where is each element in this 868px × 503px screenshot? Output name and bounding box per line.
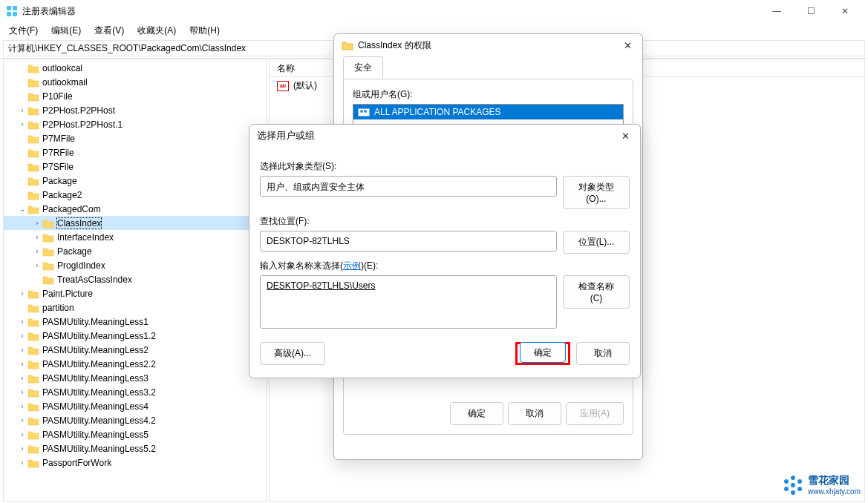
tree-item[interactable]: ›ProgIdIndex [4,258,267,272]
tree-item[interactable]: ›P2PHost.P2PHost [4,103,267,117]
tree-item[interactable]: ›Package [4,244,267,258]
chevron-down-icon[interactable]: ⌄ [17,205,27,213]
svg-point-9 [791,490,795,495]
tree-item-label: outlookmail [42,77,88,88]
svg-rect-3 [13,12,17,16]
tree-item[interactable]: ›PASMUtility.MeaningLess5.2 [4,441,267,456]
chevron-right-icon[interactable]: › [32,219,42,227]
tree-item-label: partition [42,303,74,313]
tree-item[interactable]: ›PASMUtility.MeaningLess3.2 [4,385,267,399]
chevron-right-icon[interactable]: › [17,402,27,410]
tree-item[interactable]: ›PASMUtility.MeaningLess4.2 [4,413,267,427]
tree-panel[interactable]: outlookcaloutlookmailP10File›P2PHost.P2P… [3,59,267,502]
tree-item[interactable]: P10File [4,89,267,103]
ok-button-highlight: 确定 [515,342,570,365]
examples-link[interactable]: 示例 [343,260,361,271]
snowflake-icon [783,475,803,496]
select-title-bar[interactable]: 选择用户或组 ✕ [249,125,640,147]
tree-item[interactable]: partition [4,300,267,315]
names-label-prefix: 输入对象名称来选择( [260,260,343,271]
tree-item[interactable]: outlookmail [4,75,267,89]
chevron-right-icon[interactable]: › [17,430,27,438]
chevron-right-icon[interactable]: › [17,318,27,326]
chevron-right-icon[interactable]: › [17,374,27,382]
permissions-apply-button[interactable]: 应用(A) [566,402,624,425]
chevron-right-icon[interactable]: › [17,458,27,467]
menu-favorites[interactable]: 收藏夹(A) [131,23,182,39]
chevron-right-icon[interactable]: › [17,289,27,297]
tree-item[interactable]: TreatAsClassIndex [4,272,267,286]
tree-item-label: PASMUtility.MeaningLess3 [42,373,149,384]
chevron-right-icon[interactable]: › [32,233,42,241]
folder-icon [27,105,39,116]
tree-item[interactable]: ›PASMUtility.MeaningLess5 [4,427,267,441]
tree-item-label: P7SFile [42,162,74,172]
menu-help[interactable]: 帮助(H) [183,23,226,39]
permissions-title: ClassIndex 的权限 [358,39,431,52]
tree-item-label: PASMUtility.MeaningLess5.2 [42,444,156,454]
select-ok-button[interactable]: 确定 [520,342,566,363]
tree-item[interactable]: P7SFile [4,160,267,174]
check-names-button[interactable]: 检查名称(C) [563,275,630,309]
chevron-right-icon[interactable]: › [17,360,27,368]
names-label-suffix: )(E): [361,260,378,271]
folder-icon [27,373,39,384]
permissions-close-icon[interactable]: ✕ [617,37,638,53]
locations-button[interactable]: 位置(L)... [563,231,630,254]
tree-item[interactable]: ⌄PackagedCom [4,202,267,216]
tree-item[interactable]: ›PASMUtility.MeaningLess3 [4,371,267,385]
location-label: 查找位置(F): [260,215,630,228]
chevron-right-icon[interactable]: › [32,261,42,269]
tree-item[interactable]: ›PASMUtility.MeaningLess4 [4,399,267,413]
tree-item[interactable]: ›InterfaceIndex [4,230,267,244]
tree-item[interactable]: P7RFile [4,145,267,160]
tree-item[interactable]: ›PASMUtility.MeaningLess1.2 [4,329,267,343]
tree-item-label: PASMUtility.MeaningLess4 [42,401,149,412]
chevron-right-icon[interactable]: › [17,106,27,114]
chevron-right-icon[interactable]: › [17,332,27,340]
menu-file[interactable]: 文件(F) [3,23,44,39]
chevron-right-icon[interactable]: › [17,416,27,424]
group-item-all-packages[interactable]: ALL APPLICATION PACKAGES [353,105,623,119]
chevron-right-icon[interactable]: › [32,247,42,255]
tree-item[interactable]: ›PASMUtility.MeaningLess2.2 [4,357,267,371]
maximize-button[interactable]: ☐ [794,0,828,22]
chevron-right-icon[interactable]: › [17,346,27,354]
select-cancel-button[interactable]: 取消 [576,342,630,365]
minimize-button[interactable]: — [760,0,794,22]
tree-item[interactable]: outlookcal [4,61,267,75]
chevron-right-icon[interactable]: › [17,444,27,453]
menu-view[interactable]: 查看(V) [88,23,130,39]
permissions-ok-button[interactable]: 确定 [450,402,503,425]
advanced-button[interactable]: 高级(A)... [260,342,325,365]
select-close-icon[interactable]: ✕ [615,128,636,144]
tree-item-label: P7RFile [42,148,74,158]
tree-item-label: PackagedCom [42,204,101,214]
title-bar: 注册表编辑器 — ☐ ✕ [0,0,868,22]
object-types-button[interactable]: 对象类型(O)... [563,176,630,209]
menu-edit[interactable]: 编辑(E) [45,23,87,39]
tree-item[interactable]: ›PASMUtility.MeaningLess2 [4,343,267,357]
window-title: 注册表编辑器 [22,5,760,18]
svg-point-11 [797,479,802,484]
folder-icon [342,40,353,50]
tree-item[interactable]: P7MFile [4,131,267,145]
names-label: 输入对象名称来选择(示例)(E): [260,260,630,272]
permissions-title-bar[interactable]: ClassIndex 的权限 ✕ [334,34,642,56]
tree-item[interactable]: ›ClassIndex [4,216,267,230]
tree-item[interactable]: ›Paint.Picture [4,286,267,300]
object-names-input[interactable]: DESKTOP-82TLHLS\Users [260,275,557,329]
tab-security[interactable]: 安全 [343,56,383,79]
chevron-right-icon[interactable]: › [17,388,27,396]
tree-item[interactable]: Package2 [4,188,267,202]
tree-item[interactable]: ›PassportForWork [4,456,267,470]
chevron-right-icon[interactable]: › [17,120,27,128]
close-button[interactable]: ✕ [828,0,862,22]
tree-item[interactable]: Package [4,174,267,188]
object-names-value: DESKTOP-82TLHLS\Users [267,280,376,291]
permissions-cancel-button[interactable]: 取消 [508,402,561,425]
tree-item[interactable]: ›P2PHost.P2PHost.1 [4,117,267,131]
tree-item[interactable]: ›PASMUtility.MeaningLess1 [4,315,267,329]
folder-icon [27,303,39,313]
tree-item-label: PASMUtility.MeaningLess1.2 [42,331,156,341]
